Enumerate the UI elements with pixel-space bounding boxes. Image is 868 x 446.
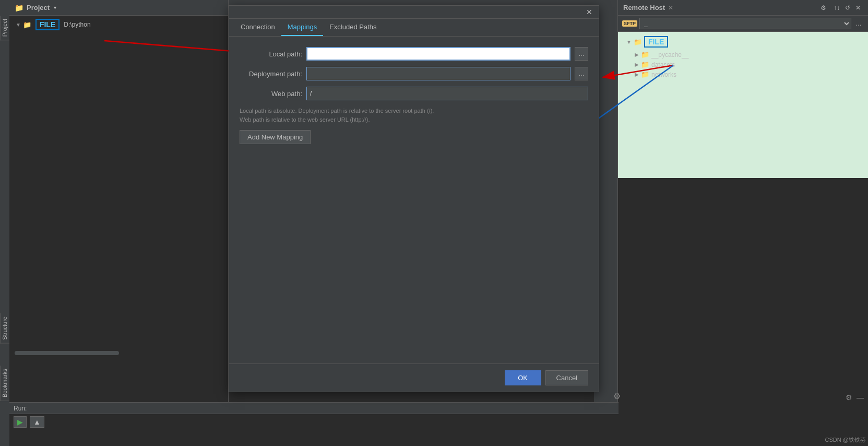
connection-dropdown[interactable]: _	[639, 18, 851, 29]
sidebar-tab-project[interactable]: Project	[0, 16, 9, 40]
remote-sftp-icon: 📁	[634, 38, 642, 46]
deployment-path-row: Deployment path: …	[240, 67, 588, 80]
deployment-path-browse-button[interactable]: …	[575, 67, 588, 80]
sidebar-tab-bookmarks[interactable]: Bookmarks	[0, 366, 9, 401]
remote-minus-icon[interactable]: —	[857, 393, 864, 402]
remote-gear-icon[interactable]: ⚙	[846, 393, 852, 402]
pycache-label: __pycache__	[651, 51, 688, 58]
root-folder-icon: 📁	[23, 21, 31, 29]
remote-tree-row-datasets[interactable]: ▶ 📁 datasets	[618, 60, 868, 69]
sidebar-tab-structure[interactable]: Structure	[0, 313, 9, 344]
web-path-input[interactable]	[306, 87, 588, 100]
project-root-row[interactable]: ▼ 📁 FILE D:\python	[9, 18, 228, 31]
remote-host-title-area: Remote Host ✕	[623, 4, 673, 11]
local-path-row: Local path: …	[240, 47, 588, 61]
dialog-tabs: Connection Mappings Excluded Paths	[229, 19, 599, 37]
dialog-box: ✕ Connection Mappings Excluded Paths Loc…	[229, 5, 599, 392]
project-dropdown-arrow[interactable]: ▾	[54, 5, 56, 10]
hint-text: Local path is absolute. Deployment path …	[240, 107, 588, 124]
remote-root-row[interactable]: ▼ 📁 FILE	[618, 34, 868, 50]
deployment-path-input[interactable]	[306, 67, 570, 80]
ok-button[interactable]: OK	[505, 370, 541, 385]
local-path-label: Local path:	[240, 50, 302, 58]
run-controls: ▶ ▲	[9, 414, 619, 430]
tab-connection[interactable]: Connection	[234, 19, 281, 36]
pycache-folder-icon: 📁	[641, 51, 649, 58]
sftp-badge: SFTP	[622, 20, 637, 27]
local-path-input[interactable]	[306, 47, 570, 61]
root-file-label[interactable]: FILE	[35, 19, 60, 30]
root-expand-arrow: ▼	[16, 22, 21, 28]
dialog-footer: OK Cancel	[229, 363, 599, 392]
remote-host-title: Remote Host	[623, 4, 665, 11]
project-panel-title: Project	[27, 4, 50, 11]
project-tree: ▼ 📁 FILE D:\python	[9, 16, 228, 33]
datasets-label: datasets	[651, 61, 675, 68]
settings-icon-button[interactable]: ⚙	[818, 3, 828, 13]
remote-bottom-toolbar: ⚙ —	[846, 393, 864, 402]
remote-tree-row-pycache[interactable]: ▶ 📁 __pycache__	[618, 50, 868, 60]
project-panel-header: 📁 Project ▾	[9, 0, 228, 16]
sftp-toolbar-btn-refresh[interactable]: ↺	[843, 3, 852, 13]
remote-file-area: ▼ 📁 FILE ▶ 📁 __pycache__ ▶ 📁 datasets ▶ …	[618, 32, 868, 178]
run-bar-header: Run:	[9, 403, 619, 414]
project-folder-icon: 📁	[15, 4, 23, 12]
sftp-toolbar-btn-transfer[interactable]: ↑↓	[831, 3, 842, 13]
datasets-folder-icon: 📁	[641, 61, 649, 68]
networks-folder-icon: 📁	[641, 71, 649, 78]
datasets-expand-arrow: ▶	[635, 62, 639, 67]
remote-tree-row-networks[interactable]: ▶ 📁 networks	[618, 69, 868, 79]
bottom-run-bar: Run: ▶ ▲	[9, 402, 619, 446]
watermark: CSDN @铁铁芬	[825, 436, 866, 444]
web-path-row: Web path:	[240, 87, 588, 100]
remote-host-close-button[interactable]: ✕	[668, 4, 673, 11]
project-panel: 📁 Project ▾ ▼ 📁 FILE D:\python	[9, 0, 229, 402]
bottom-left-gear[interactable]: ⚙	[613, 391, 621, 401]
remote-host-panel: Remote Host ✕ ⚙ ↑↓ ↺ ✕ SFTP _ … ▼ 📁 FILE	[617, 0, 868, 446]
deployment-dialog: ✕ Connection Mappings Excluded Paths Loc…	[229, 5, 610, 392]
dialog-title-bar: ✕	[229, 6, 599, 19]
local-path-browse-button[interactable]: …	[575, 47, 588, 61]
connection-more-button[interactable]: …	[853, 19, 864, 28]
run-up-button[interactable]: ▲	[30, 416, 44, 428]
tab-mappings[interactable]: Mappings	[281, 19, 323, 36]
web-path-label: Web path:	[240, 90, 302, 98]
remote-host-header: Remote Host ✕ ⚙ ↑↓ ↺ ✕	[618, 0, 868, 16]
root-path: D:\python	[64, 21, 90, 28]
tab-excluded-paths[interactable]: Excluded Paths	[323, 19, 383, 36]
add-mapping-button[interactable]: Add New Mapping	[240, 130, 311, 144]
dialog-close-button[interactable]: ✕	[584, 8, 594, 16]
dialog-content: Local path: … Deployment path: … Web pat…	[229, 37, 599, 155]
networks-label: networks	[651, 71, 676, 78]
pycache-expand-arrow: ▶	[635, 52, 639, 57]
remote-root-expand-arrow: ▼	[626, 39, 632, 45]
cancel-button[interactable]: Cancel	[545, 370, 588, 385]
run-bar-title: Run:	[14, 405, 27, 412]
remote-host-connection-bar: SFTP _ …	[618, 16, 868, 32]
remote-host-toolbar: ↑↓ ↺ ✕	[831, 3, 863, 13]
remote-file-label[interactable]: FILE	[644, 36, 668, 48]
horizontal-scrollbar[interactable]	[15, 351, 119, 355]
networks-expand-arrow: ▶	[635, 72, 639, 77]
sftp-toolbar-btn-close[interactable]: ✕	[853, 3, 863, 13]
run-play-button[interactable]: ▶	[14, 416, 27, 428]
deployment-path-label: Deployment path:	[240, 70, 302, 78]
